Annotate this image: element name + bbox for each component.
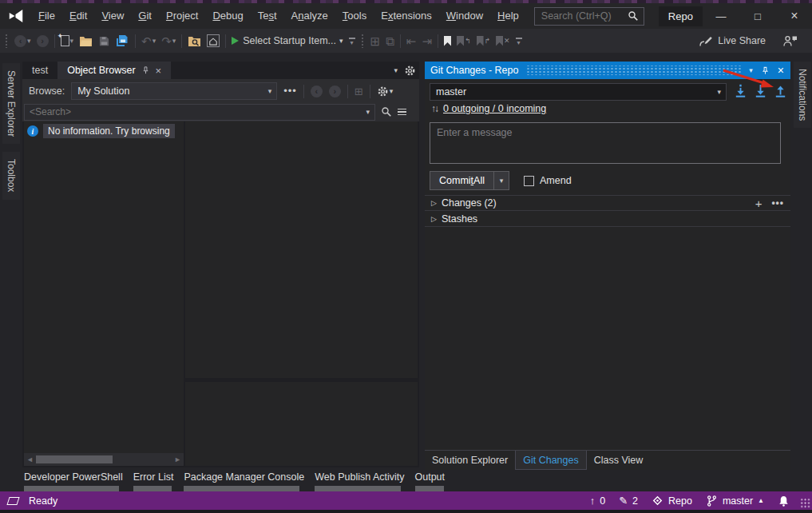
unindent-button[interactable]: ⇤ <box>406 33 417 49</box>
undo-button[interactable]: ↶▾ <box>141 33 156 49</box>
description-pane[interactable] <box>185 382 418 466</box>
add-item-button[interactable]: ⊞ <box>370 33 381 49</box>
add-to-references-button[interactable]: ⊞ <box>355 83 363 99</box>
close-tab-icon[interactable]: × <box>156 65 162 77</box>
tab-solution-explorer[interactable]: Solution Explorer <box>425 451 515 470</box>
close-icon[interactable]: × <box>778 64 784 77</box>
repository-indicator[interactable]: Repo <box>652 495 692 507</box>
indent-button[interactable]: ⇥ <box>422 33 432 49</box>
tab-class-view[interactable]: Class View <box>587 451 651 470</box>
menu-help[interactable]: Help <box>490 3 526 29</box>
commit-options-chevron-icon[interactable]: ▾ <box>493 172 509 189</box>
sidebar-tab-toolbox[interactable]: Toolbox <box>2 152 20 199</box>
menu-git[interactable]: Git <box>131 3 159 29</box>
redo-button[interactable]: ↷▾ <box>161 33 176 49</box>
sidebar-tab-server-explorer[interactable]: Server Explorer <box>2 63 20 144</box>
save-button[interactable] <box>98 33 110 49</box>
more-options-icon[interactable]: ••• <box>771 197 784 209</box>
menu-window[interactable]: Window <box>439 3 490 29</box>
search-options-icon[interactable] <box>398 109 406 116</box>
document-tab-object-browser[interactable]: Object Browser × <box>57 62 171 79</box>
notifications-bell-button[interactable] <box>778 495 790 507</box>
open-folder-button[interactable] <box>79 33 93 49</box>
solution-home-button[interactable] <box>207 34 220 47</box>
commit-message-input[interactable] <box>430 122 781 164</box>
outgoing-incoming-link[interactable]: 0 outgoing / 0 incoming <box>443 103 546 114</box>
members-pane[interactable] <box>185 121 418 378</box>
search-icon[interactable] <box>381 106 392 117</box>
tab-git-changes[interactable]: Git Changes <box>515 451 586 470</box>
toolbar-drag-grip[interactable] <box>5 34 9 48</box>
branch-indicator[interactable]: master ▲ <box>706 495 764 507</box>
expander-icon[interactable]: ▷ <box>431 199 437 207</box>
ob-settings-button[interactable]: ▾ <box>377 83 394 99</box>
live-share-button[interactable]: Live Share <box>699 35 766 47</box>
search-input[interactable] <box>535 10 628 22</box>
menu-tools[interactable]: Tools <box>335 3 374 29</box>
objects-tree-pane[interactable]: i No information. Try browsing <box>24 121 184 453</box>
pull-icon[interactable] <box>753 83 768 98</box>
browse-scope-combo[interactable]: My Solution ▾ <box>71 82 277 100</box>
menu-view[interactable]: View <box>94 3 131 29</box>
quick-search-box[interactable] <box>534 7 644 26</box>
bottom-tab-error-list[interactable]: Error List <box>133 471 174 491</box>
toolbar-overflow-button[interactable]: ▾ <box>516 38 522 45</box>
copy-item-button[interactable]: ⧉ <box>386 33 394 49</box>
maximize-button[interactable]: □ <box>739 3 776 29</box>
bottom-tab-web-publish-activity[interactable]: Web Publish Activity <box>315 471 404 491</box>
resize-grip[interactable] <box>800 498 810 508</box>
scroll-left-arrow[interactable]: ◄ <box>24 455 36 463</box>
clear-bookmarks-button[interactable]: ✕ <box>496 33 510 49</box>
close-button[interactable]: × <box>776 3 812 29</box>
expander-icon[interactable]: ▷ <box>431 215 437 223</box>
bottom-tab-developer-powershell[interactable]: Developer PowerShell <box>24 471 123 491</box>
outgoing-commits-indicator[interactable]: ↑ 0 <box>590 495 605 507</box>
feedback-button[interactable] <box>782 35 798 47</box>
toolbar-drag-grip[interactable] <box>361 34 365 48</box>
menu-analyze[interactable]: Analyze <box>284 3 335 29</box>
navigate-forward-button[interactable]: › <box>37 33 49 49</box>
horizontal-scrollbar[interactable]: ◄ ► <box>24 453 184 466</box>
amend-option[interactable]: Amend <box>524 175 572 186</box>
fetch-icon[interactable] <box>733 83 748 98</box>
git-changes-title-bar[interactable]: Git Changes - Repo ▾ × <box>425 62 790 79</box>
tab-list-chevron-icon[interactable]: ▾ <box>394 66 398 74</box>
ob-back-button[interactable]: ‹ <box>311 83 323 99</box>
document-tab-test[interactable]: test <box>22 62 57 79</box>
bottom-tab-output[interactable]: Output <box>415 471 446 491</box>
toolbar-overflow-button[interactable]: ▾ <box>349 38 355 45</box>
scroll-right-arrow[interactable]: ► <box>172 455 184 463</box>
stashes-section-row[interactable]: ▷ Stashes <box>425 211 790 227</box>
amend-checkbox[interactable] <box>524 176 534 186</box>
pending-edits-indicator[interactable]: ✎ 2 <box>619 495 638 507</box>
menu-project[interactable]: Project <box>159 3 205 29</box>
prev-bookmark-button[interactable]: ↰ <box>457 33 471 49</box>
ob-forward-button[interactable]: › <box>329 83 341 99</box>
toggle-bookmark-button[interactable] <box>444 33 451 49</box>
find-in-files-button[interactable] <box>188 33 201 49</box>
start-debug-button[interactable]: Select Startup Item... ▾ <box>232 33 343 49</box>
active-document-badge[interactable]: Repo <box>659 6 703 26</box>
menu-extensions[interactable]: Extensions <box>374 3 439 29</box>
menu-edit[interactable]: Edit <box>62 3 94 29</box>
scrollbar-thumb[interactable] <box>36 455 113 463</box>
push-icon[interactable] <box>773 83 788 98</box>
save-all-button[interactable] <box>116 33 129 49</box>
window-options-gear-icon[interactable] <box>404 65 416 77</box>
edit-custom-component-set-button[interactable]: ••• <box>283 87 297 95</box>
next-bookmark-button[interactable]: ↱ <box>477 33 491 49</box>
bottom-tab-package-manager-console[interactable]: Package Manager Console <box>184 471 304 491</box>
navigate-back-button[interactable]: ‹▾ <box>14 33 31 49</box>
object-search-combo[interactable]: ▾ <box>24 104 375 121</box>
pin-icon[interactable] <box>141 66 150 75</box>
branch-selector-combo[interactable]: master ▾ <box>430 83 727 101</box>
changes-section-row[interactable]: ▷ Changes (2) + ••• <box>425 195 790 211</box>
minimize-button[interactable]: — <box>703 3 739 29</box>
object-search-input[interactable] <box>25 105 361 118</box>
stage-all-plus-icon[interactable]: + <box>755 198 762 209</box>
menu-debug[interactable]: Debug <box>205 3 250 29</box>
menu-test[interactable]: Test <box>251 3 284 29</box>
menu-file[interactable]: File <box>31 3 62 29</box>
window-position-chevron-icon[interactable]: ▾ <box>749 66 753 74</box>
sidebar-tab-notifications[interactable]: Notifications <box>794 62 811 128</box>
